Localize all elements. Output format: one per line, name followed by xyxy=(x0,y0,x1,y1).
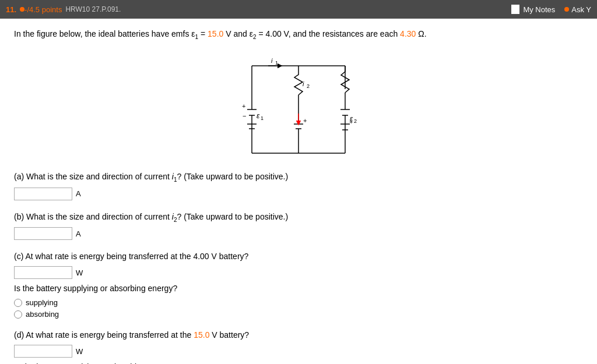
svg-text:ε: ε xyxy=(257,112,260,120)
svg-text:−: − xyxy=(243,112,246,119)
status-dot xyxy=(20,7,24,12)
part-c-label: (c) At what rate is energy being transfe… xyxy=(14,250,583,263)
radio-circle-supplying-c[interactable] xyxy=(14,299,22,307)
svg-text:i: i xyxy=(271,57,273,64)
resistance-value: 4.30 xyxy=(400,29,416,38)
radio-circle-absorbing-c[interactable] xyxy=(14,310,22,319)
part-b-input-row: A xyxy=(14,227,583,240)
part-b-input[interactable] xyxy=(14,227,72,240)
radio-label-absorbing-c: absorbing xyxy=(26,310,59,319)
problem-statement: In the figure below, the ideal batteries… xyxy=(14,28,583,41)
part-c-radio-group: Is the battery supplying or absorbing en… xyxy=(14,282,583,319)
part-d-highlight: 15.0 xyxy=(194,330,209,340)
part-b-unit: A xyxy=(76,229,81,238)
part-c-input-row: W xyxy=(14,266,583,279)
part-b: (b) What is the size and direction of cu… xyxy=(14,211,583,241)
svg-text:2: 2 xyxy=(354,118,357,124)
part-c: (c) At what rate is energy being transfe… xyxy=(14,250,583,319)
main-content: In the figure below, the ideal batteries… xyxy=(0,19,597,364)
part-a: (a) What is the size and direction of cu… xyxy=(14,171,583,200)
svg-text:ε: ε xyxy=(350,115,353,123)
part-d-radio-question: Is the battery supplying or absorbing en… xyxy=(14,361,583,364)
question-number: 11. xyxy=(6,5,16,14)
radio-label-supplying-c: supplying xyxy=(26,298,58,307)
top-bar: 11. -/4.5 points HRW10 27.P.091. My Note… xyxy=(0,0,597,19)
my-notes-section: My Notes xyxy=(511,5,555,14)
part-a-input[interactable] xyxy=(14,188,72,200)
svg-text:+: + xyxy=(303,117,307,124)
svg-text:1: 1 xyxy=(275,60,278,66)
ask-dot xyxy=(564,7,569,12)
hw-reference: HRW10 27.P.091. xyxy=(65,5,121,13)
part-d: (d) At what rate is energy being transfe… xyxy=(14,329,583,364)
part-a-label: (a) What is the size and direction of cu… xyxy=(14,171,583,184)
my-notes-label[interactable]: My Notes xyxy=(523,5,555,14)
ask-button[interactable]: Ask Y xyxy=(564,5,591,14)
points-label: -/4.5 points xyxy=(24,5,62,14)
part-d-label: (d) At what rate is energy being transfe… xyxy=(14,329,583,341)
page-icon xyxy=(511,5,519,14)
circuit-svg: + − ε 1 i 1 i 2 xyxy=(217,48,380,159)
part-c-radio-supplying[interactable]: supplying xyxy=(14,298,583,307)
part-a-input-row: A xyxy=(14,188,583,200)
part-c-radio-absorbing[interactable]: absorbing xyxy=(14,310,583,319)
part-b-label: (b) What is the size and direction of cu… xyxy=(14,211,583,224)
part-a-unit: A xyxy=(76,189,81,198)
circuit-diagram: + − ε 1 i 1 i 2 xyxy=(14,48,583,159)
part-c-radio-question: Is the battery supplying or absorbing en… xyxy=(14,282,583,295)
part-c-unit: W xyxy=(76,268,83,277)
part-d-input[interactable] xyxy=(14,345,72,358)
part-d-input-row: W xyxy=(14,345,583,358)
svg-text:2: 2 xyxy=(307,83,310,89)
emf1-value: 15.0 xyxy=(208,29,223,38)
svg-text:i: i xyxy=(303,80,304,87)
part-c-input[interactable] xyxy=(14,266,72,279)
svg-text:1: 1 xyxy=(261,115,264,121)
part-d-radio-group: Is the battery supplying or absorbing en… xyxy=(14,361,583,364)
svg-text:+: + xyxy=(242,103,245,109)
part-d-unit: W xyxy=(76,347,83,356)
ask-label: Ask Y xyxy=(571,5,591,14)
